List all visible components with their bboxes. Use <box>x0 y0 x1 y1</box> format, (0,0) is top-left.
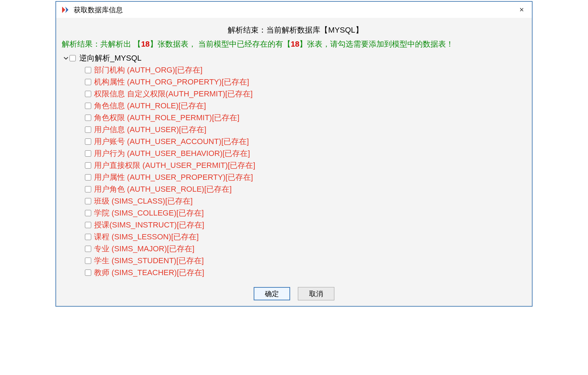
tree-item-label: 用户账号 (AUTH_USER_ACCOUNT)[已存在] <box>94 136 249 148</box>
tree-item-label: 用户行为 (AUTH_USER_BEHAVIOR)[已存在] <box>94 148 250 159</box>
item-checkbox[interactable] <box>85 210 91 216</box>
tree-item-label: 机构属性 (AUTH_ORG_PROPERTY)[已存在] <box>94 76 249 88</box>
dialog-footer: 确定 取消 <box>56 283 532 306</box>
summary-suffix: 】张表，请勾选需要添加到模型中的数据表！ <box>299 40 454 48</box>
dialog-body: 解析结束：当前解析数据库【MYSQL】 解析结果：共解析出 【18】张数据表， … <box>56 18 532 283</box>
table-tree: 逆向解析_MYSQL 部门机构 (AUTH_ORG)[已存在]机构属性 (AUT… <box>60 52 530 283</box>
tree-item[interactable]: 学院 (SIMS_COLLEGE)[已存在] <box>62 207 530 219</box>
tree-item[interactable]: 用户信息 (AUTH_USER)[已存在] <box>62 124 530 136</box>
tree-root-label: 逆向解析_MYSQL <box>79 52 141 64</box>
ok-label: 确定 <box>265 289 279 299</box>
tree-item-label: 教师 (SIMS_TEACHER)[已存在] <box>94 267 204 279</box>
item-checkbox[interactable] <box>85 246 91 252</box>
tree-item[interactable]: 课程 (SIMS_LESSON)[已存在] <box>62 231 530 243</box>
tree-item[interactable]: 用户行为 (AUTH_USER_BEHAVIOR)[已存在] <box>62 148 530 159</box>
item-checkbox[interactable] <box>85 258 91 264</box>
summary-count-existing: 18 <box>291 40 299 48</box>
tree-item[interactable]: 授课(SIMS_INSTRUCT)[已存在] <box>62 219 530 231</box>
tree-item[interactable]: 角色权限 (AUTH_ROLE_PERMIT)[已存在] <box>62 112 530 124</box>
tree-item-label: 课程 (SIMS_LESSON)[已存在] <box>94 231 199 243</box>
tree-item-label: 学生 (SIMS_STUDENT)[已存在] <box>94 255 204 267</box>
chevron-down-icon[interactable] <box>62 56 69 61</box>
tree-item[interactable]: 用户角色 (AUTH_USER_ROLE)[已存在] <box>62 183 530 195</box>
summary-count-parsed: 18 <box>141 40 149 48</box>
tree-item-label: 权限信息 自定义权限(AUTH_PERMIT)[已存在] <box>94 88 253 100</box>
item-checkbox[interactable] <box>85 67 91 73</box>
item-checkbox[interactable] <box>85 174 91 180</box>
dialog: 获取数据库信息 × 解析结束：当前解析数据库【MYSQL】 解析结果：共解析出 … <box>55 1 533 307</box>
dialog-title: 获取数据库信息 <box>74 5 516 15</box>
tree-item[interactable]: 专业 (SIMS_MAJOR)[已存在] <box>62 243 530 255</box>
item-checkbox[interactable] <box>85 91 91 97</box>
tree-item-label: 班级 (SIMS_CLASS)[已存在] <box>94 195 193 207</box>
tree-item-label: 学院 (SIMS_COLLEGE)[已存在] <box>94 207 204 219</box>
cancel-button[interactable]: 取消 <box>298 287 334 300</box>
tree-item-label: 角色权限 (AUTH_ROLE_PERMIT)[已存在] <box>94 112 239 124</box>
tree-item-label: 用户信息 (AUTH_USER)[已存在] <box>94 124 206 136</box>
tree-item[interactable]: 用户直接权限 (AUTH_USER_PERMIT)[已存在] <box>62 159 530 171</box>
item-checkbox[interactable] <box>85 103 91 109</box>
tree-item-label: 专业 (SIMS_MAJOR)[已存在] <box>94 243 194 255</box>
close-icon: × <box>520 5 524 14</box>
tree-item-label: 用户角色 (AUTH_USER_ROLE)[已存在] <box>94 183 232 195</box>
item-checkbox[interactable] <box>85 270 91 276</box>
item-checkbox[interactable] <box>85 222 91 228</box>
tree-item-label: 部门机构 (AUTH_ORG)[已存在] <box>94 64 202 76</box>
tree-item[interactable]: 学生 (SIMS_STUDENT)[已存在] <box>62 255 530 267</box>
parse-heading: 解析结束：当前解析数据库【MYSQL】 <box>60 22 530 38</box>
tree-item[interactable]: 班级 (SIMS_CLASS)[已存在] <box>62 195 530 207</box>
item-checkbox[interactable] <box>85 79 91 85</box>
summary-prefix: 解析结果：共解析出 【 <box>62 40 141 48</box>
tree-item[interactable]: 教师 (SIMS_TEACHER)[已存在] <box>62 267 530 279</box>
tree-item-label: 角色信息 (AUTH_ROLE)[已存在] <box>94 100 206 112</box>
tree-item[interactable]: 权限信息 自定义权限(AUTH_PERMIT)[已存在] <box>62 88 530 100</box>
tree-item-label: 用户属性 (AUTH_USER_PROPERTY)[已存在] <box>94 171 253 183</box>
cancel-label: 取消 <box>309 289 323 299</box>
item-checkbox[interactable] <box>85 138 91 145</box>
item-checkbox[interactable] <box>85 150 91 157</box>
tree-item[interactable]: 机构属性 (AUTH_ORG_PROPERTY)[已存在] <box>62 76 530 88</box>
tree-item[interactable]: 角色信息 (AUTH_ROLE)[已存在] <box>62 100 530 112</box>
item-checkbox[interactable] <box>85 115 91 121</box>
tree-item[interactable]: 部门机构 (AUTH_ORG)[已存在] <box>62 64 530 76</box>
tree-item[interactable]: 用户属性 (AUTH_USER_PROPERTY)[已存在] <box>62 171 530 183</box>
tree-item-label: 授课(SIMS_INSTRUCT)[已存在] <box>94 219 204 231</box>
tree-item-label: 用户直接权限 (AUTH_USER_PERMIT)[已存在] <box>94 159 255 171</box>
svg-marker-1 <box>65 7 68 13</box>
close-button[interactable]: × <box>516 5 527 15</box>
tree-root-row[interactable]: 逆向解析_MYSQL <box>62 52 530 64</box>
titlebar: 获取数据库信息 × <box>56 2 532 18</box>
app-icon <box>61 6 69 14</box>
ok-button[interactable]: 确定 <box>254 287 290 300</box>
parse-summary: 解析结果：共解析出 【18】张数据表， 当前模型中已经存在的有【18】张表，请勾… <box>60 38 530 52</box>
item-checkbox[interactable] <box>85 234 91 240</box>
root-checkbox[interactable] <box>69 55 76 61</box>
item-checkbox[interactable] <box>85 162 91 169</box>
item-checkbox[interactable] <box>85 127 91 133</box>
item-checkbox[interactable] <box>85 198 91 204</box>
summary-mid: 】张数据表， 当前模型中已经存在的有【 <box>150 40 291 48</box>
svg-marker-0 <box>62 7 65 13</box>
item-checkbox[interactable] <box>85 186 91 192</box>
tree-item[interactable]: 用户账号 (AUTH_USER_ACCOUNT)[已存在] <box>62 136 530 148</box>
